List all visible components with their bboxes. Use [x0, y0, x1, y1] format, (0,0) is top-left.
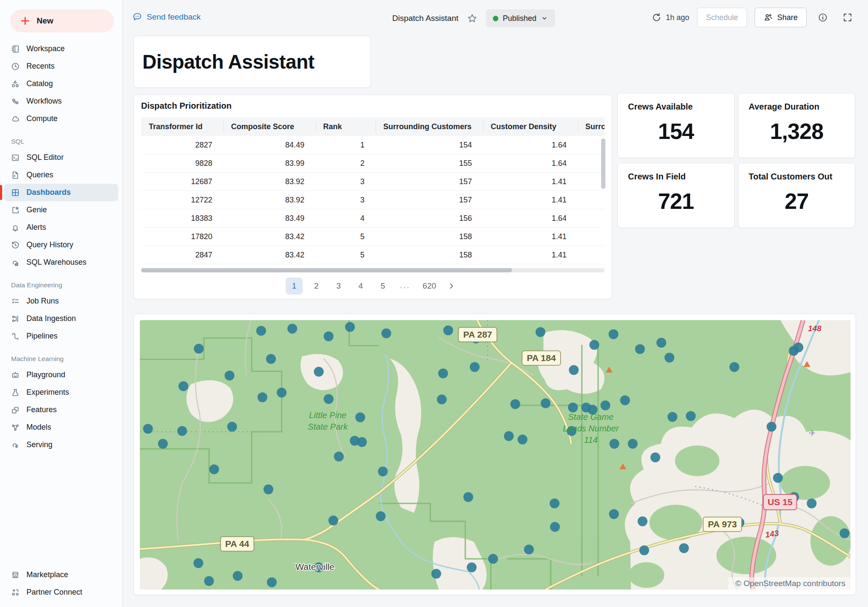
sidebar-item-pipelines[interactable]: Pipelines [4, 327, 118, 345]
table-horizontal-scrollbar[interactable] [141, 268, 605, 272]
dispatch-point[interactable] [256, 326, 266, 336]
page-button-1[interactable]: 1 [286, 277, 303, 295]
sidebar-item-marketplace[interactable]: Marketplace [4, 566, 118, 584]
sidebar-item-genie[interactable]: Genie [4, 201, 118, 219]
refresh-button[interactable]: 1h ago [651, 12, 689, 23]
star-icon[interactable] [467, 13, 477, 24]
dispatch-point[interactable] [177, 426, 187, 436]
dispatch-point[interactable] [638, 517, 648, 526]
dispatch-point[interactable] [328, 516, 338, 526]
table-row[interactable]: 282784.4911541.64 [141, 136, 605, 154]
dispatch-point[interactable] [334, 452, 344, 462]
col-transformer-id[interactable]: Transformer Id [141, 117, 223, 136]
dispatch-point[interactable] [437, 395, 447, 405]
dispatch-point[interactable] [488, 554, 498, 564]
dispatch-point[interactable] [287, 324, 297, 334]
fullscreen-button[interactable] [839, 9, 856, 26]
dispatch-point[interactable] [686, 411, 696, 421]
col-composite-score[interactable]: Composite Score [223, 117, 315, 136]
table-vertical-scrollbar[interactable] [600, 137, 605, 265]
new-button[interactable]: New [10, 9, 114, 32]
dispatch-point[interactable] [227, 422, 237, 432]
dispatch-point[interactable] [431, 569, 441, 579]
page-button-5[interactable]: 5 [374, 277, 391, 295]
dispatch-point[interactable] [194, 344, 204, 354]
dispatch-point[interactable] [518, 435, 527, 445]
dispatch-point[interactable] [657, 338, 666, 348]
send-feedback-link[interactable]: Send feedback [132, 12, 201, 22]
dispatch-point[interactable] [635, 344, 645, 354]
dispatch-point[interactable] [589, 340, 599, 350]
dispatch-point[interactable] [376, 512, 385, 521]
col-truncated[interactable]: Surro [578, 117, 605, 136]
dispatch-point[interactable] [639, 546, 649, 555]
dispatch-point[interactable] [378, 467, 388, 477]
dispatch-point[interactable] [345, 322, 355, 332]
dispatch-point[interactable] [438, 369, 448, 379]
sidebar-item-playground[interactable]: Playground [4, 366, 118, 384]
page-button-4[interactable]: 4 [352, 277, 369, 295]
sidebar-item-experiments[interactable]: Experiments [4, 384, 118, 401]
dispatch-point[interactable] [443, 326, 453, 335]
dispatch-point[interactable] [179, 382, 188, 391]
sidebar-item-data-ingestion[interactable]: Data Ingestion [4, 310, 118, 327]
sidebar-item-dashboards[interactable]: Dashboards [4, 184, 118, 201]
dispatch-point[interactable] [258, 393, 267, 402]
sidebar-item-sql-editor[interactable]: SQL Editor [4, 149, 118, 166]
table-row[interactable]: 1782083.4251581.41 [141, 228, 605, 246]
dispatch-point[interactable] [194, 558, 203, 568]
page-button-620[interactable]: 620 [419, 277, 440, 295]
sidebar-item-serving[interactable]: Serving [4, 436, 118, 454]
horizontal-scroll-thumb[interactable] [141, 268, 512, 272]
dispatch-point[interactable] [158, 439, 168, 449]
info-button[interactable] [814, 9, 831, 26]
sidebar-item-job-runs[interactable]: Job Runs [4, 292, 118, 310]
dispatch-point[interactable] [651, 453, 660, 462]
dispatch-point[interactable] [628, 439, 638, 449]
dispatch-point[interactable] [600, 401, 610, 410]
dispatch-point[interactable] [504, 431, 514, 441]
dispatch-point[interactable] [568, 403, 578, 413]
sidebar-item-queries[interactable]: Queries [4, 166, 118, 184]
table-row[interactable]: 1838383.4941561.64 [141, 209, 605, 228]
dispatch-point[interactable] [324, 332, 333, 341]
vertical-scroll-thumb[interactable] [601, 139, 605, 189]
dispatch-point[interactable] [209, 465, 219, 474]
table-row[interactable]: 982883.9921551.64 [141, 154, 605, 173]
dispatch-point[interactable] [355, 413, 365, 422]
dispatch-map[interactable]: ✈ PA 287 PA 184 PA 44 PA 973 US 15 143 1… [140, 320, 851, 590]
dispatch-point[interactable] [535, 327, 545, 337]
dispatch-point[interactable] [773, 473, 783, 483]
dispatch-point[interactable] [608, 330, 618, 339]
dispatch-point[interactable] [225, 371, 234, 381]
dispatch-point[interactable] [668, 412, 677, 422]
col-surrounding-customers[interactable]: Surrounding Customers [376, 117, 483, 136]
dispatch-point[interactable] [510, 399, 520, 409]
page-button-2[interactable]: 2 [308, 277, 325, 295]
dispatch-point[interactable] [620, 396, 630, 405]
dispatch-point[interactable] [463, 492, 473, 502]
dispatch-point[interactable] [609, 509, 619, 519]
dispatch-point[interactable] [541, 399, 550, 408]
sidebar-item-models[interactable]: Models [4, 419, 118, 436]
sidebar-item-compute[interactable]: Compute [4, 110, 118, 127]
schedule-button[interactable]: Schedule [697, 8, 747, 27]
dispatch-point[interactable] [679, 543, 689, 553]
dispatch-point[interactable] [470, 362, 480, 372]
sidebar-item-catalog[interactable]: Catalog [4, 75, 118, 92]
dispatch-point[interactable] [263, 485, 273, 494]
col-rank[interactable]: Rank [315, 117, 376, 136]
dispatch-point[interactable] [550, 522, 560, 532]
dispatch-point[interactable] [793, 343, 803, 353]
dispatch-point[interactable] [569, 365, 579, 375]
table-row[interactable]: 1268783.9231571.41 [141, 173, 605, 191]
publish-status-dropdown[interactable]: Published [486, 9, 555, 27]
dispatch-point[interactable] [204, 576, 214, 586]
sidebar-item-recents[interactable]: Recents [4, 58, 118, 75]
dispatch-point[interactable] [550, 499, 559, 509]
dispatch-point[interactable] [233, 571, 243, 581]
dispatch-point[interactable] [267, 578, 277, 587]
dispatch-point[interactable] [807, 499, 816, 509]
sidebar-item-partner-connect[interactable]: Partner Connect [4, 584, 118, 601]
dispatch-point[interactable] [143, 424, 153, 434]
